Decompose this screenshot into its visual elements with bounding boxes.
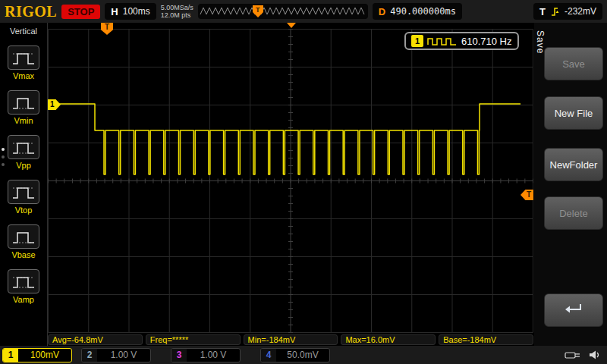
channel-1-scale: 100mV	[18, 349, 71, 362]
pulse-train-icon	[427, 36, 458, 46]
channel-4-badge: 4	[261, 349, 276, 362]
sidebar-item-vmax[interactable]: Vmax	[5, 46, 42, 80]
freq-counter: 1 610.710 Hz	[404, 32, 519, 50]
trigger-group[interactable]: T -232mV	[533, 3, 602, 20]
trigger-level-value: -232mV	[565, 6, 596, 17]
menu-page-dots	[2, 148, 5, 166]
measure-sidebar-title: Vertical	[0, 23, 47, 36]
usb-icon	[565, 350, 581, 360]
top-bar: RIGOL STOP H 100ms 5.00MSa/s 12.0M pts T…	[0, 0, 607, 23]
vbase-icon	[8, 224, 39, 249]
channel-bar: 1 100mV 2 1.00 V 3 1.00 V 4 50.0mV	[0, 346, 607, 364]
channel-3-status[interactable]: 3 1.00 V	[171, 348, 241, 362]
channel-4-status[interactable]: 4 50.0mV	[260, 348, 330, 362]
vmax-label: Vmax	[5, 71, 42, 80]
h-position-wave	[200, 8, 364, 14]
run-state-badge[interactable]: STOP	[61, 5, 100, 19]
graticule: 1 610.710 Hz 1 T T	[48, 23, 533, 334]
vpp-icon	[8, 135, 39, 159]
delete-button[interactable]: Delete	[544, 196, 603, 230]
h-label: H	[111, 6, 118, 17]
sidebar-item-vtop[interactable]: Vtop	[5, 180, 42, 215]
speaker-icon	[589, 350, 601, 360]
channel-3-scale: 1.00 V	[187, 349, 240, 362]
brand-logo: RIGOL	[5, 3, 57, 20]
delete-button-label: Delete	[559, 208, 588, 219]
graticule-grid	[49, 30, 533, 333]
back-button[interactable]	[544, 293, 603, 327]
waveform-display	[48, 23, 533, 334]
memory-depth-value: 12.0M pts	[161, 11, 193, 19]
acquisition-info: 5.00MSa/s 12.0M pts	[161, 4, 193, 19]
timebase-value: 100ms	[123, 6, 150, 17]
vmax-icon	[8, 46, 39, 70]
channel-3-badge: 3	[171, 349, 187, 362]
delay-value: 490.000000ms	[390, 6, 456, 17]
delay-position-marker	[287, 23, 296, 28]
vtop-label: Vtop	[5, 206, 42, 215]
sample-rate-value: 5.00MSa/s	[161, 4, 193, 11]
horizontal-position-indicator[interactable]: T	[198, 4, 368, 19]
channel-4-scale: 50.0mV	[276, 349, 329, 362]
trigger-slope-icon	[550, 6, 560, 17]
channel-1-status[interactable]: 1 100mV	[2, 348, 72, 362]
sidebar-item-vbase[interactable]: Vbase	[5, 224, 42, 259]
horizontal-scale-group[interactable]: H 100ms	[105, 3, 156, 20]
vbase-label: Vbase	[5, 250, 42, 259]
new-folder-button[interactable]: NewFolder	[544, 148, 603, 181]
channel-1-badge: 1	[3, 349, 18, 362]
oscilloscope-screen: RIGOL STOP H 100ms 5.00MSa/s 12.0M pts T…	[0, 0, 607, 364]
measurement-base: Base=-184mV	[439, 334, 533, 345]
new-file-button[interactable]: New File	[544, 96, 603, 130]
sidebar-item-vmin[interactable]: Vmin	[5, 90, 42, 125]
vmin-label: Vmin	[5, 116, 42, 125]
h-position-thumb-label: T	[256, 6, 260, 14]
vpp-label: Vpp	[5, 161, 42, 170]
new-file-button-label: New File	[555, 108, 593, 119]
right-menu: Save Save New File NewFolder Delete	[534, 23, 607, 346]
measurement-freq: Freq=*****	[146, 334, 241, 345]
vamp-icon	[8, 269, 39, 293]
save-button[interactable]: Save	[544, 47, 603, 80]
vmin-icon	[8, 90, 39, 115]
measurement-avg: Avg=-64.8mV	[48, 334, 143, 345]
save-button-label: Save	[562, 58, 585, 70]
channel-2-status[interactable]: 2 1.00 V	[81, 348, 151, 362]
channel-2-badge: 2	[82, 349, 97, 362]
new-folder-button-label: NewFolder	[550, 159, 598, 171]
freq-counter-channel-badge: 1	[411, 35, 423, 47]
measurement-min: Min=-184mV	[244, 334, 338, 345]
freq-counter-value: 610.710 Hz	[461, 36, 512, 47]
measurement-max: Max=16.0mV	[341, 334, 436, 345]
status-icons	[565, 350, 601, 360]
vamp-label: Vamp	[5, 295, 42, 304]
vtop-icon	[8, 180, 39, 204]
return-arrow-icon	[562, 302, 585, 317]
delay-group[interactable]: D 490.000000ms	[373, 3, 462, 20]
sidebar-item-vamp[interactable]: Vamp	[5, 269, 42, 304]
measurement-bar: Avg=-64.8mV Freq=***** Min=-184mV Max=16…	[48, 334, 533, 346]
measure-sidebar: Vertical Vmax Vmin Vpp Vtop	[0, 23, 48, 346]
channel-2-scale: 1.00 V	[97, 349, 150, 362]
waveform-trace	[59, 104, 521, 174]
sidebar-item-vpp[interactable]: Vpp	[5, 135, 42, 170]
trigger-label: T	[539, 6, 546, 17]
delay-label: D	[379, 6, 385, 17]
